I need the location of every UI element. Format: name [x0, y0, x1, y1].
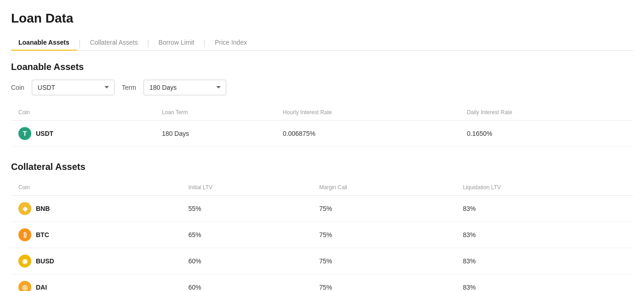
- page-container: Loan Data Loanable Assets | Collateral A…: [0, 0, 644, 291]
- collateral-section-title: Collateral Assets: [11, 162, 633, 172]
- coin-name-busd: BUSD: [36, 257, 54, 265]
- collateral-initial-ltv-3: 60%: [181, 274, 312, 291]
- collateral-liquidation-3: 83%: [455, 274, 633, 291]
- term-select[interactable]: 7 Days 14 Days 30 Days 90 Days 180 Days: [144, 80, 226, 95]
- coin-name-dai: DAI: [36, 284, 47, 291]
- collateral-margin-2: 75%: [312, 248, 455, 274]
- collateral-coin-cell-2: ◉ BUSD: [11, 248, 181, 274]
- table-row: ₿ BTC 65% 75% 83%: [11, 222, 633, 248]
- tab-borrow-limit[interactable]: Borrow Limit: [151, 35, 201, 51]
- usdt-icon: T: [18, 127, 31, 140]
- loanable-daily-rate: 0.1650%: [460, 121, 633, 147]
- dai-icon: ◎: [18, 281, 31, 291]
- collateral-col-coin: Coin: [11, 180, 181, 196]
- table-row: ◎ DAI 60% 75% 83%: [11, 274, 633, 291]
- btc-icon: ₿: [18, 228, 31, 241]
- collateral-header-row: Coin Initial LTV Margin Call Liquidation…: [11, 180, 633, 196]
- collateral-table: Coin Initial LTV Margin Call Liquidation…: [11, 180, 633, 291]
- page-title: Loan Data: [11, 11, 633, 26]
- term-filter-label: Term: [122, 84, 136, 91]
- collateral-initial-ltv-1: 65%: [181, 222, 312, 248]
- filter-row: Coin USDT BTC ETH BNB Term 7 Days 14 Day…: [11, 80, 633, 95]
- table-row: T USDT 180 Days 0.006875% 0.1650%: [11, 121, 633, 147]
- loanable-col-hourly: Hourly Interest Rate: [276, 105, 460, 121]
- collateral-liquidation-0: 83%: [455, 196, 633, 222]
- loanable-assets-section: Loanable Assets Coin USDT BTC ETH BNB Te…: [11, 62, 633, 147]
- tab-navigation: Loanable Assets | Collateral Assets | Bo…: [11, 35, 633, 51]
- collateral-margin-3: 75%: [312, 274, 455, 291]
- tab-divider-1: |: [77, 39, 83, 47]
- collateral-initial-ltv-0: 55%: [181, 196, 312, 222]
- collateral-liquidation-1: 83%: [455, 222, 633, 248]
- coin-select[interactable]: USDT BTC ETH BNB: [32, 80, 115, 95]
- loanable-col-daily: Daily Interest Rate: [460, 105, 633, 121]
- bnb-icon: ◈: [18, 202, 31, 215]
- loanable-hourly-rate: 0.006875%: [276, 121, 460, 147]
- collateral-margin-1: 75%: [312, 222, 455, 248]
- loanable-section-title: Loanable Assets: [11, 62, 633, 72]
- table-row: ◈ BNB 55% 75% 83%: [11, 196, 633, 222]
- collateral-col-liquidation: Liquidation LTV: [455, 180, 633, 196]
- tab-price-index[interactable]: Price Index: [207, 35, 254, 51]
- tab-loanable-assets[interactable]: Loanable Assets: [11, 35, 77, 51]
- loanable-table: Coin Loan Term Hourly Interest Rate Dail…: [11, 105, 633, 147]
- collateral-margin-0: 75%: [312, 196, 455, 222]
- tab-divider-3: |: [201, 39, 207, 47]
- coin-name-usdt: USDT: [36, 130, 53, 137]
- coin-filter-label: Coin: [11, 84, 24, 91]
- collateral-assets-section: Collateral Assets Coin Initial LTV Margi…: [11, 162, 633, 291]
- loanable-col-coin: Coin: [11, 105, 155, 121]
- collateral-coin-cell-3: ◎ DAI: [11, 274, 181, 291]
- collateral-col-initial-ltv: Initial LTV: [181, 180, 312, 196]
- tab-divider-2: |: [145, 39, 151, 47]
- collateral-initial-ltv-2: 60%: [181, 248, 312, 274]
- tab-collateral-assets[interactable]: Collateral Assets: [82, 35, 145, 51]
- table-row: ◉ BUSD 60% 75% 83%: [11, 248, 633, 274]
- busd-icon: ◉: [18, 255, 31, 268]
- loanable-loan-term: 180 Days: [155, 121, 276, 147]
- loanable-col-term: Loan Term: [155, 105, 276, 121]
- coin-name-bnb: BNB: [36, 205, 50, 212]
- loanable-coin-cell: T USDT: [11, 121, 155, 147]
- coin-name-btc: BTC: [36, 231, 49, 239]
- collateral-col-margin: Margin Call: [312, 180, 455, 196]
- collateral-coin-cell-0: ◈ BNB: [11, 196, 181, 222]
- collateral-liquidation-2: 83%: [455, 248, 633, 274]
- collateral-coin-cell-1: ₿ BTC: [11, 222, 181, 248]
- loanable-header-row: Coin Loan Term Hourly Interest Rate Dail…: [11, 105, 633, 121]
